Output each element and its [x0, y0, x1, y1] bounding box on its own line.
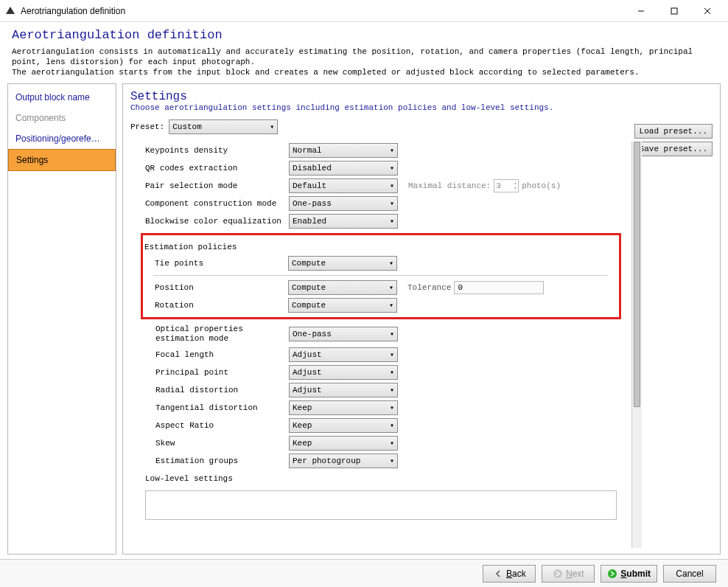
back-text: ack — [512, 569, 526, 579]
submit-button[interactable]: Submit — [601, 565, 657, 583]
divider — [153, 275, 607, 276]
position-label: Position — [144, 283, 288, 292]
tie-points-label: Tie points — [144, 259, 288, 268]
optical-mode-combo[interactable]: One-pass — [289, 327, 398, 341]
principal-combo[interactable]: Adjust — [289, 365, 398, 380]
close-button[interactable] — [690, 1, 724, 21]
principal-label: Principal point — [145, 368, 289, 377]
settings-form: Keypoints density Normal QR codes extrac… — [130, 142, 631, 548]
svg-rect-2 — [671, 8, 677, 14]
aspect-combo[interactable]: Keep — [289, 418, 398, 433]
page-description-2: The aerotriangulation starts from the in… — [12, 67, 716, 77]
sidebar-item-output-block-name[interactable]: Output block name — [8, 87, 116, 108]
radial-combo[interactable]: Adjust — [289, 383, 398, 397]
scrollbar-thumb[interactable] — [634, 142, 640, 407]
settings-subtitle: Choose aerotriangulation settings includ… — [130, 103, 713, 112]
page-title: Aerotriangulation definition — [12, 28, 716, 42]
minimize-button[interactable] — [624, 1, 657, 21]
scrollbar[interactable] — [631, 142, 642, 548]
groups-label: Estimation groups — [145, 456, 289, 465]
skew-label: Skew — [145, 439, 289, 448]
pair-selection-label: Pair selection mode — [145, 181, 289, 190]
settings-title: Settings — [130, 90, 713, 103]
highlight-box: Estimation policies Tie points Compute P… — [141, 233, 621, 319]
position-combo[interactable]: Compute — [288, 280, 397, 295]
max-distance-label: Maximal distance: — [408, 181, 491, 190]
tolerance-input[interactable] — [454, 281, 544, 294]
preset-value: Custom — [172, 122, 202, 131]
low-level-label: Low-level settings — [145, 470, 621, 486]
radial-label: Radial distortion — [145, 386, 289, 395]
qr-codes-combo[interactable]: Disabled — [289, 161, 398, 176]
color-eq-combo[interactable]: Enabled — [289, 214, 398, 229]
next-button: Next — [542, 565, 595, 583]
header-section: Aerotriangulation definition Aerotriangu… — [0, 22, 728, 83]
sidebar: Output block name Components Positioning… — [7, 83, 116, 555]
tangential-combo[interactable]: Keep — [289, 400, 398, 415]
sidebar-item-positioning[interactable]: Positioning/georefe… — [8, 128, 116, 149]
tie-points-combo[interactable]: Compute — [288, 256, 397, 271]
optical-mode-label: Optical properties estimation mode — [145, 324, 289, 344]
svg-marker-0 — [6, 7, 15, 14]
qr-codes-label: QR codes extraction — [145, 164, 289, 173]
main-panel: Settings Choose aerotriangulation settin… — [122, 83, 721, 555]
rotation-label: Rotation — [144, 301, 288, 310]
keypoints-density-label: Keypoints density — [145, 146, 289, 155]
groups-combo[interactable]: Per photogroup — [289, 454, 398, 468]
svg-point-5 — [553, 569, 562, 578]
sidebar-item-settings[interactable]: Settings — [8, 149, 116, 171]
estimation-policies-label: Estimation policies — [144, 238, 615, 254]
next-text: ext — [573, 569, 584, 579]
aspect-label: Aspect Ratio — [145, 421, 289, 430]
next-icon — [553, 569, 563, 579]
component-mode-combo[interactable]: One-pass — [289, 196, 398, 211]
cancel-text: Cancel — [676, 569, 703, 579]
max-distance-spinner[interactable]: 3 — [494, 179, 519, 192]
submit-text: ubmit — [626, 569, 651, 579]
focal-label: Focal length — [145, 350, 289, 359]
max-distance-suffix: photo(s) — [522, 181, 561, 190]
skew-combo[interactable]: Keep — [289, 436, 398, 451]
focal-combo[interactable]: Adjust — [289, 347, 398, 362]
submit-icon — [607, 569, 617, 579]
tangential-label: Tangential distortion — [145, 403, 289, 412]
pair-selection-combo[interactable]: Default — [289, 178, 398, 193]
color-eq-label: Blockwise color equalization — [145, 217, 289, 226]
app-icon — [4, 5, 16, 17]
titlebar: Aerotriangulation definition — [0, 0, 728, 22]
page-description-1: Aerotriangulation consists in automatica… — [12, 46, 716, 67]
preset-label: Preset: — [130, 122, 164, 131]
keypoints-density-combo[interactable]: Normal — [289, 143, 398, 158]
low-level-box[interactable] — [145, 490, 617, 520]
component-mode-label: Component construction mode — [145, 199, 289, 208]
svg-point-6 — [608, 569, 617, 578]
back-button[interactable]: Back — [483, 565, 536, 583]
rotation-combo[interactable]: Compute — [288, 298, 397, 313]
footer: Back Next Submit Cancel — [0, 559, 728, 587]
sidebar-item-components[interactable]: Components — [8, 108, 116, 128]
window-title: Aerotriangulation definition — [21, 6, 624, 16]
cancel-button[interactable]: Cancel — [663, 565, 716, 583]
tolerance-label: Tolerance — [407, 283, 451, 292]
maximize-button[interactable] — [657, 1, 690, 21]
preset-combo[interactable]: Custom — [169, 119, 278, 134]
back-icon — [493, 569, 503, 579]
load-preset-button[interactable]: Load preset... — [634, 124, 713, 139]
